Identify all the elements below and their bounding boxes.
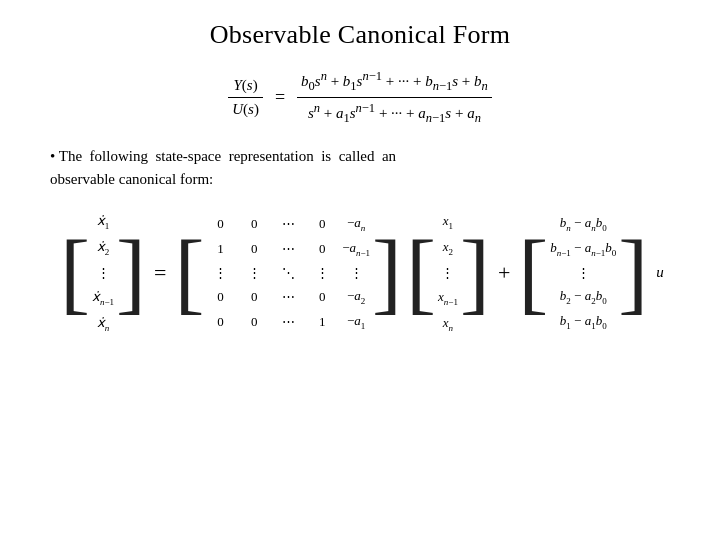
tf-fraction: Y(s) U(s) <box>228 76 263 119</box>
tf-equation: Y(s) U(s) = b0sn + b1sn−1 + ··· + bn−1s … <box>222 68 498 127</box>
tf-rhs-bar <box>297 97 492 98</box>
tf-denominator: sn + a1sn−1 + ··· + an−1s + an <box>304 100 485 127</box>
xdot-2: ẋ2 <box>97 236 110 260</box>
tf-lhs-den: U(s) <box>228 100 263 119</box>
xdot-vdots: ⋮ <box>97 262 110 284</box>
plus-sign: + <box>498 260 510 286</box>
x-vector-grid: x1 x2 ⋮ xn−1 xn <box>438 206 458 340</box>
xdot-1: ẋ1 <box>97 210 110 234</box>
xdot-n: ẋn <box>97 312 110 336</box>
xdot-n1: ẋn−1 <box>92 286 114 310</box>
x-vector-wrap: [ x1 x2 ⋮ xn−1 xn ] <box>406 206 490 340</box>
bracket-right-A: ] <box>372 232 402 313</box>
tf-lhs: Y(s) <box>229 76 261 95</box>
page: Observable Canonical Form Y(s) U(s) = b0… <box>0 0 720 540</box>
tf-rhs-fraction: b0sn + b1sn−1 + ··· + bn−1s + bn sn + a1… <box>297 68 492 127</box>
state-deriv-vector: [ ẋ1 ẋ2 ⋮ ẋn−1 ẋn ] <box>60 206 146 340</box>
B-matrix-grid: bn − anb0 bn−1 − an−1b0 ⋮ b2 − a2b0 b1 −… <box>550 208 616 338</box>
xdot-grid: ẋ1 ẋ2 ⋮ ẋn−1 ẋn <box>92 206 114 340</box>
bracket-left-x: [ <box>406 232 436 313</box>
bracket-left-A: [ <box>174 232 204 313</box>
transfer-function: Y(s) U(s) = b0sn + b1sn−1 + ··· + bn−1s … <box>40 68 680 127</box>
eq-sign-1: = <box>154 260 166 286</box>
bracket-right-x: ] <box>460 232 490 313</box>
bracket-right-1: ] <box>116 232 146 313</box>
bracket-left-B: [ <box>518 232 548 313</box>
bracket-left-1: [ <box>60 232 90 313</box>
bracket-right-B: ] <box>618 232 648 313</box>
tf-numerator: b0sn + b1sn−1 + ··· + bn−1s + bn <box>297 68 492 95</box>
u-label: u <box>656 264 664 281</box>
B-matrix-wrap: [ bn − anb0 bn−1 − an−1b0 ⋮ b2 − a2b0 b1… <box>518 208 648 338</box>
tf-bar <box>228 97 263 98</box>
equals: = <box>275 87 285 108</box>
A-matrix-wrap: [ 0 0 ⋯ 0 −an 1 0 ⋯ 0 −an−1 ⋮ ⋮ ⋱ ⋮ ⋮ 0 … <box>174 208 402 338</box>
bullet-paragraph: The following state-space representation… <box>40 145 396 190</box>
A-matrix-grid: 0 0 ⋯ 0 −an 1 0 ⋯ 0 −an−1 ⋮ ⋮ ⋱ ⋮ ⋮ 0 0 … <box>206 208 370 338</box>
matrix-equation: [ ẋ1 ẋ2 ⋮ ẋn−1 ẋn ] = [ 0 0 ⋯ 0 −an 1 0 … <box>60 206 664 340</box>
page-title: Observable Canonical Form <box>40 20 680 50</box>
